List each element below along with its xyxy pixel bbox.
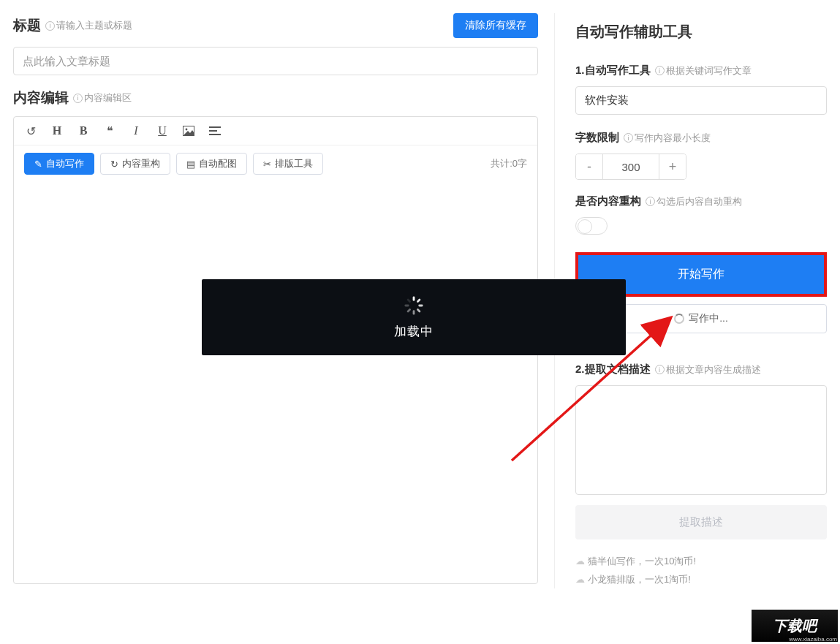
quote-icon[interactable]: ❝ bbox=[103, 124, 116, 137]
watermark-badge: 下载吧 www.xiazaiba.com bbox=[749, 607, 840, 644]
undo-icon[interactable]: ↺ bbox=[24, 124, 37, 137]
rebuild-toggle[interactable] bbox=[575, 217, 608, 235]
keyword-input[interactable] bbox=[575, 86, 827, 115]
underline-icon[interactable]: U bbox=[156, 124, 169, 137]
image-small-icon: ▤ bbox=[186, 159, 195, 170]
svg-rect-6 bbox=[416, 298, 420, 303]
svg-rect-10 bbox=[406, 308, 411, 312]
clear-cache-button[interactable]: 清除所有缓存 bbox=[453, 13, 538, 38]
content-rebuild-button[interactable]: ↻ 内容重构 bbox=[100, 153, 170, 175]
info-icon: i bbox=[655, 365, 665, 374]
refresh-icon: ↻ bbox=[110, 159, 118, 170]
svg-rect-9 bbox=[413, 310, 415, 314]
stepper-increase-button[interactable]: + bbox=[659, 154, 686, 179]
info-icon: i bbox=[655, 66, 665, 75]
tool-icon: ✂ bbox=[263, 159, 271, 170]
section2-head: 2.提取文档描述 i根据文章内容生成描述 bbox=[575, 363, 827, 376]
word-limit-stepper: - + bbox=[575, 154, 686, 180]
editor-toolbar: ↺ H B ❝ I U bbox=[14, 117, 537, 145]
svg-rect-8 bbox=[416, 308, 420, 312]
section1-head: 1.自动写作工具 i根据关键词写作文章 bbox=[575, 64, 827, 77]
word-limit-head: 字数限制 i写作内容最小长度 bbox=[575, 131, 827, 145]
auto-write-button[interactable]: ✎ 自动写作 bbox=[24, 153, 94, 175]
title-label: 标题 bbox=[13, 16, 41, 35]
stepper-decrease-button[interactable]: - bbox=[576, 154, 602, 179]
auto-image-button[interactable]: ▤ 自动配图 bbox=[176, 153, 247, 175]
italic-icon[interactable]: I bbox=[129, 124, 143, 137]
content-hint: i 内容编辑区 bbox=[73, 91, 132, 105]
loading-text: 加载中 bbox=[394, 323, 434, 340]
svg-rect-5 bbox=[413, 296, 415, 300]
loading-spinner-icon bbox=[404, 295, 424, 316]
tip-line-2: 小龙猫排版，一次1淘币! bbox=[575, 571, 827, 589]
extract-description-button[interactable]: 提取描述 bbox=[575, 505, 827, 539]
content-label: 内容编辑 bbox=[13, 88, 69, 107]
loading-overlay: 加载中 bbox=[202, 279, 626, 355]
svg-rect-7 bbox=[418, 304, 423, 306]
pricing-tips: 猫半仙写作，一次10淘币! 小龙猫排版，一次1淘币! bbox=[575, 553, 827, 588]
svg-rect-11 bbox=[404, 304, 409, 306]
sidebar-title: 自动写作辅助工具 bbox=[575, 22, 827, 42]
article-title-input[interactable] bbox=[13, 47, 538, 75]
rebuild-head: 是否内容重构 i勾选后内容自动重构 bbox=[575, 194, 827, 208]
title-hint: i 请输入主题或标题 bbox=[45, 19, 132, 32]
svg-rect-12 bbox=[406, 298, 411, 303]
svg-point-1 bbox=[186, 129, 188, 131]
info-icon: i bbox=[45, 21, 55, 31]
description-textarea[interactable] bbox=[575, 385, 827, 495]
align-icon[interactable] bbox=[208, 124, 222, 137]
loading-spinner-icon bbox=[674, 314, 684, 324]
content-section-head: 内容编辑 i 内容编辑区 bbox=[13, 88, 538, 107]
image-icon[interactable] bbox=[182, 124, 195, 137]
layout-tool-button[interactable]: ✂ 排版工具 bbox=[253, 153, 323, 175]
heading-icon[interactable]: H bbox=[50, 124, 64, 137]
title-section-head: 标题 i 请输入主题或标题 清除所有缓存 bbox=[13, 13, 538, 38]
word-counter: 共计:0字 bbox=[491, 157, 527, 170]
editor-action-row: ✎ 自动写作 ↻ 内容重构 ▤ 自动配图 ✂ 排版工具 共计:0字 bbox=[14, 145, 537, 182]
bold-icon[interactable]: B bbox=[77, 124, 90, 137]
info-icon: i bbox=[624, 133, 633, 143]
tip-line-1: 猫半仙写作，一次10淘币! bbox=[575, 553, 827, 571]
info-icon: i bbox=[646, 197, 655, 206]
info-icon: i bbox=[73, 94, 83, 103]
stepper-value-input[interactable] bbox=[602, 154, 659, 179]
pencil-icon: ✎ bbox=[34, 159, 42, 170]
